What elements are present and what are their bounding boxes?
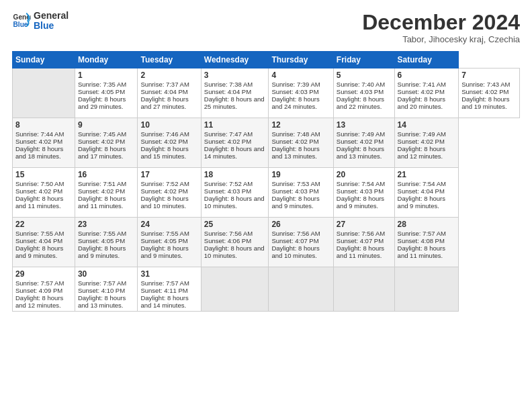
- svg-text:Blue: Blue: [13, 21, 28, 29]
- sunrise: Sunrise: 7:53 AM: [271, 180, 320, 187]
- daylight: Daylight: 8 hours and 14 minutes.: [204, 145, 265, 160]
- sunset: Sunset: 4:02 PM: [271, 138, 318, 145]
- sunrise: Sunrise: 7:57 AM: [15, 279, 64, 287]
- sunrise: Sunrise: 7:38 AM: [204, 81, 253, 88]
- sunset: Sunset: 4:11 PM: [140, 287, 187, 294]
- daylight: Daylight: 8 hours and 29 minutes.: [78, 95, 126, 110]
- day-number: 22: [15, 220, 72, 229]
- daylight: Daylight: 8 hours and 18 minutes.: [15, 145, 63, 160]
- day-number: 28: [398, 220, 456, 229]
- calendar-week: 15Sunrise: 7:50 AMSunset: 4:02 PMDayligh…: [13, 168, 520, 218]
- calendar-cell: 19Sunrise: 7:53 AMSunset: 4:03 PMDayligh…: [269, 168, 333, 218]
- sunrise: Sunrise: 7:54 AM: [398, 180, 446, 187]
- day-number: 6: [398, 71, 456, 80]
- sunrise: Sunrise: 7:41 AM: [398, 81, 446, 88]
- sunset: Sunset: 4:06 PM: [204, 237, 251, 244]
- daylight: Daylight: 8 hours and 13 minutes.: [271, 145, 319, 160]
- calendar-cell: 11Sunrise: 7:47 AMSunset: 4:02 PMDayligh…: [201, 118, 269, 168]
- sunrise: Sunrise: 7:50 AM: [15, 180, 64, 187]
- daylight: Daylight: 8 hours and 9 minutes.: [337, 195, 384, 210]
- calendar-cell: 3Sunrise: 7:38 AMSunset: 4:04 PMDaylight…: [201, 68, 269, 118]
- daylight: Daylight: 8 hours and 13 minutes.: [337, 145, 384, 160]
- sunset: Sunset: 4:07 PM: [271, 237, 318, 244]
- calendar-cell: 22Sunrise: 7:55 AMSunset: 4:04 PMDayligh…: [13, 218, 75, 267]
- daylight: Daylight: 8 hours and 11 minutes.: [337, 244, 384, 259]
- day-header: Saturday: [394, 52, 459, 68]
- calendar-cell: 13Sunrise: 7:49 AMSunset: 4:02 PMDayligh…: [333, 118, 394, 168]
- day-number: 15: [15, 170, 72, 179]
- calendar-week: 8Sunrise: 7:44 AMSunset: 4:02 PMDaylight…: [13, 118, 520, 168]
- sunrise: Sunrise: 7:35 AM: [78, 81, 126, 88]
- sunrise: Sunrise: 7:55 AM: [78, 230, 126, 237]
- day-number: 2: [140, 71, 197, 80]
- calendar-cell: 28Sunrise: 7:57 AMSunset: 4:08 PMDayligh…: [394, 218, 459, 267]
- day-number: 7: [461, 71, 517, 80]
- calendar-cell: [201, 267, 269, 312]
- calendar-week: 22Sunrise: 7:55 AMSunset: 4:04 PMDayligh…: [13, 218, 520, 267]
- calendar-cell: [333, 267, 394, 312]
- logo-icon: General Blue: [12, 11, 31, 30]
- day-number: 13: [337, 120, 392, 130]
- calendar-week: 1Sunrise: 7:35 AMSunset: 4:05 PMDaylight…: [13, 68, 520, 118]
- sunrise: Sunrise: 7:44 AM: [15, 130, 64, 138]
- daylight: Daylight: 8 hours and 17 minutes.: [78, 145, 126, 160]
- day-number: 11: [204, 120, 266, 130]
- day-number: 3: [204, 71, 266, 80]
- calendar-cell: 8Sunrise: 7:44 AMSunset: 4:02 PMDaylight…: [13, 118, 75, 168]
- day-number: 4: [271, 71, 330, 80]
- daylight: Daylight: 8 hours and 11 minutes.: [78, 195, 126, 210]
- page: General Blue General Blue December 2024 …: [0, 0, 532, 411]
- sunset: Sunset: 4:02 PM: [140, 138, 187, 145]
- sunset: Sunset: 4:05 PM: [78, 237, 125, 244]
- calendar: SundayMondayTuesdayWednesdayThursdayFrid…: [12, 51, 520, 312]
- sunrise: Sunrise: 7:55 AM: [140, 230, 189, 237]
- daylight: Daylight: 8 hours and 25 minutes.: [204, 95, 265, 110]
- sunrise: Sunrise: 7:56 AM: [204, 230, 253, 237]
- calendar-cell: 1Sunrise: 7:35 AMSunset: 4:05 PMDaylight…: [75, 68, 138, 118]
- daylight: Daylight: 8 hours and 10 minutes.: [140, 195, 188, 210]
- daylight: Daylight: 8 hours and 10 minutes.: [271, 244, 319, 259]
- daylight: Daylight: 8 hours and 9 minutes.: [271, 195, 319, 210]
- daylight: Daylight: 8 hours and 12 minutes.: [15, 294, 63, 309]
- day-number: 17: [140, 170, 197, 179]
- sunrise: Sunrise: 7:57 AM: [140, 279, 189, 287]
- daylight: Daylight: 8 hours and 10 minutes.: [204, 244, 265, 259]
- sunset: Sunset: 4:03 PM: [337, 88, 384, 95]
- day-header: Sunday: [13, 52, 75, 68]
- calendar-cell: 4Sunrise: 7:39 AMSunset: 4:03 PMDaylight…: [269, 68, 333, 118]
- month-title: December 2024: [362, 11, 520, 34]
- day-number: 5: [337, 71, 392, 80]
- day-number: 1: [78, 71, 135, 80]
- logo: General Blue General Blue: [12, 11, 69, 32]
- daylight: Daylight: 8 hours and 9 minutes.: [398, 195, 445, 210]
- daylight: Daylight: 8 hours and 24 minutes.: [271, 95, 319, 110]
- day-number: 20: [337, 170, 392, 179]
- sunrise: Sunrise: 7:49 AM: [337, 130, 385, 138]
- sunrise: Sunrise: 7:57 AM: [78, 279, 126, 287]
- empty-cell: [13, 68, 75, 118]
- day-number: 31: [140, 269, 197, 279]
- sunset: Sunset: 4:04 PM: [140, 88, 187, 95]
- calendar-cell: 25Sunrise: 7:56 AMSunset: 4:06 PMDayligh…: [201, 218, 269, 267]
- calendar-cell: 21Sunrise: 7:54 AMSunset: 4:04 PMDayligh…: [394, 168, 459, 218]
- sunrise: Sunrise: 7:57 AM: [398, 230, 446, 237]
- sunset: Sunset: 4:03 PM: [271, 88, 318, 95]
- daylight: Daylight: 8 hours and 14 minutes.: [140, 294, 188, 309]
- sunset: Sunset: 4:04 PM: [15, 237, 62, 244]
- daylight: Daylight: 8 hours and 9 minutes.: [78, 244, 126, 259]
- sunset: Sunset: 4:03 PM: [271, 187, 318, 195]
- sunset: Sunset: 4:02 PM: [204, 138, 251, 145]
- sunset: Sunset: 4:02 PM: [461, 88, 508, 95]
- sunset: Sunset: 4:10 PM: [78, 287, 125, 294]
- calendar-cell: 6Sunrise: 7:41 AMSunset: 4:02 PMDaylight…: [394, 68, 459, 118]
- header: General Blue General Blue December 2024 …: [12, 11, 520, 44]
- sunset: Sunset: 4:02 PM: [15, 187, 62, 195]
- sunrise: Sunrise: 7:46 AM: [140, 130, 189, 138]
- daylight: Daylight: 8 hours and 13 minutes.: [78, 294, 126, 309]
- calendar-cell: [269, 267, 333, 312]
- sunset: Sunset: 4:02 PM: [15, 138, 62, 145]
- day-header: Thursday: [269, 52, 333, 68]
- day-number: 12: [271, 120, 330, 130]
- calendar-cell: 10Sunrise: 7:46 AMSunset: 4:02 PMDayligh…: [138, 118, 201, 168]
- calendar-cell: 2Sunrise: 7:37 AMSunset: 4:04 PMDaylight…: [138, 68, 201, 118]
